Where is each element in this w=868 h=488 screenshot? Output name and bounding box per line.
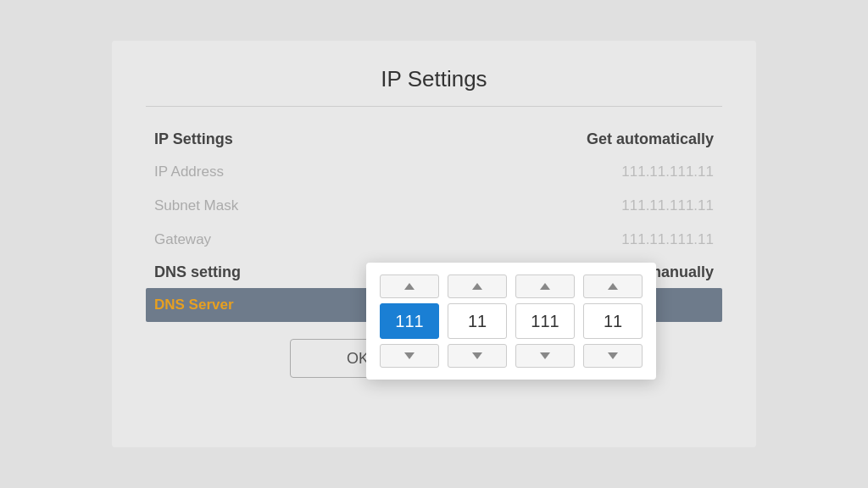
ip-address-row: IP Address 111.11.111.11 — [146, 155, 722, 189]
ip-address-label: IP Address — [154, 164, 224, 180]
spinner-2-down[interactable] — [448, 344, 507, 368]
spinner-3-value[interactable]: 111 — [515, 303, 575, 339]
ip-settings-dialog: IP Settings IP Settings Get automaticall… — [112, 41, 756, 447]
ip-address-value: 111.11.111.11 — [621, 164, 714, 180]
dialog-title: IP Settings — [146, 66, 722, 92]
subnet-mask-label: Subnet Mask — [154, 197, 238, 214]
spinner-4-down[interactable] — [583, 344, 643, 368]
spinner-1-up[interactable] — [380, 274, 439, 298]
spinner-2-up[interactable] — [448, 274, 507, 298]
header-right-label: Get automatically — [587, 130, 714, 148]
header-left-label: IP Settings — [154, 130, 233, 148]
dns-setting-label: DNS setting — [154, 263, 241, 281]
title-divider — [146, 106, 722, 107]
subnet-mask-row: Subnet Mask 111.11.111.11 — [146, 189, 722, 223]
dns-server-label: DNS Server — [154, 297, 234, 313]
dns-spinner-popup: 111 11 111 11 — [366, 263, 656, 380]
subnet-mask-value: 111.11.111.11 — [621, 197, 714, 214]
spinner-group-2: 11 — [448, 274, 507, 368]
header-row: IP Settings Get automatically — [146, 124, 722, 155]
spinner-1-down[interactable] — [380, 344, 439, 368]
spinner-2-value[interactable]: 11 — [448, 303, 507, 339]
spinner-3-down[interactable] — [515, 344, 575, 368]
spinner-1-value[interactable]: 111 — [380, 303, 439, 339]
spinner-4-value[interactable]: 11 — [583, 303, 643, 339]
spinner-4-up[interactable] — [583, 274, 643, 298]
spinner-3-up[interactable] — [515, 274, 575, 298]
spinner-group-3: 111 — [515, 274, 575, 368]
spinner-group-1: 111 — [380, 274, 439, 368]
gateway-label: Gateway — [154, 231, 211, 248]
gateway-row: Gateway 111.11.111.11 — [146, 223, 722, 257]
spinner-group-4: 11 — [583, 274, 643, 368]
gateway-value: 111.11.111.11 — [621, 231, 714, 248]
